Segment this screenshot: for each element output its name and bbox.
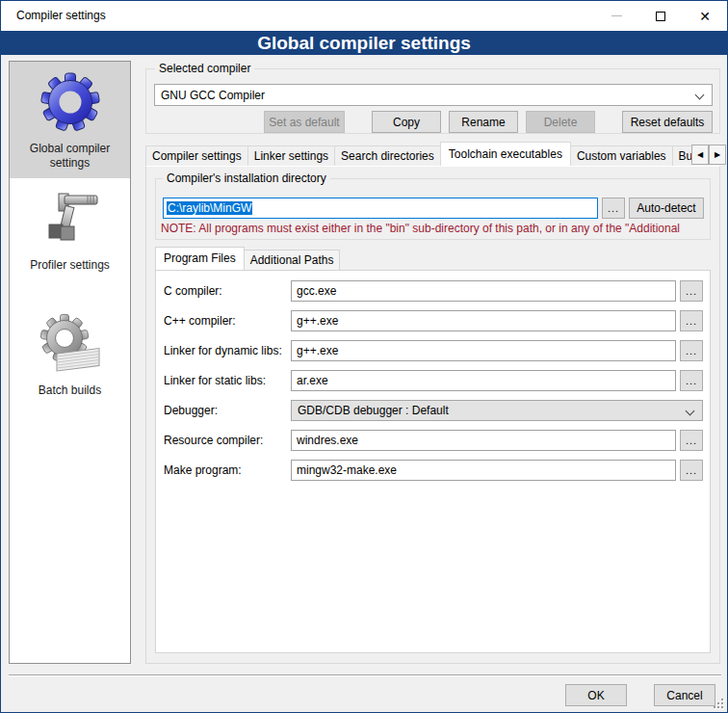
compiler-settings-dialog: Compiler settings ✕ Global compiler sett… xyxy=(0,0,728,713)
resource-compiler-browse-button[interactable]: ... xyxy=(680,430,703,451)
linker-static-input[interactable] xyxy=(291,370,676,391)
make-program-input[interactable] xyxy=(291,460,676,481)
browse-directory-button[interactable]: ... xyxy=(602,198,625,219)
resize-grip-icon[interactable] xyxy=(714,699,723,708)
c-compiler-input[interactable] xyxy=(291,280,676,302)
chevron-down-icon xyxy=(686,407,695,416)
field-label: Debugger: xyxy=(164,400,218,421)
field-row-debugger: Debugger: GDB/CDB debugger : Default xyxy=(156,400,710,421)
linker-dynamic-browse-button[interactable]: ... xyxy=(680,340,703,361)
minimize-icon xyxy=(611,15,622,16)
field-row-linker-static: Linker for static libs: ... xyxy=(156,370,710,391)
maximize-button[interactable] xyxy=(638,1,683,31)
tab-build-options[interactable]: Build xyxy=(672,145,691,166)
installation-note: NOTE: All programs must exist either in … xyxy=(161,222,712,235)
field-row-cpp-compiler: C++ compiler: ... xyxy=(156,310,710,331)
subtab-additional-paths[interactable]: Additional Paths xyxy=(244,250,341,270)
field-label: Linker for dynamic libs: xyxy=(164,340,282,361)
caliper-icon xyxy=(39,188,101,250)
c-compiler-browse-button[interactable]: ... xyxy=(680,280,703,302)
gear-blue-icon xyxy=(39,71,101,133)
field-label: Make program: xyxy=(164,460,242,481)
tab-scroll-right-button[interactable]: ▶ xyxy=(709,145,726,165)
field-row-resource-compiler: Resource compiler: ... xyxy=(156,430,710,451)
field-row-linker-dynamic: Linker for dynamic libs: ... xyxy=(156,340,710,361)
debugger-dropdown[interactable]: GDB/CDB debugger : Default xyxy=(291,400,703,421)
selected-compiler-dropdown[interactable]: GNU GCC Compiler xyxy=(154,84,713,106)
settings-sidebar: Global compiler settings Profile xyxy=(9,61,131,664)
rename-button[interactable]: Rename xyxy=(449,111,518,133)
tab-search-directories[interactable]: Search directories xyxy=(334,145,441,166)
arrow-left-icon: ◀ xyxy=(697,150,703,159)
reset-defaults-button[interactable]: Reset defaults xyxy=(622,111,713,133)
copy-button[interactable]: Copy xyxy=(372,111,441,133)
footer-divider xyxy=(9,674,721,676)
sidebar-spacer xyxy=(10,280,130,304)
close-button[interactable]: ✕ xyxy=(683,1,727,31)
tab-compiler-settings[interactable]: Compiler settings xyxy=(145,145,248,166)
linker-static-browse-button[interactable]: ... xyxy=(680,370,703,391)
cancel-button[interactable]: Cancel xyxy=(654,684,715,706)
debugger-value: GDB/CDB debugger : Default xyxy=(298,404,449,417)
sidebar-item-batch-builds[interactable]: Batch builds xyxy=(10,304,130,406)
field-row-c-compiler: C compiler: ... xyxy=(156,280,710,302)
sidebar-item-profiler-settings[interactable]: Profiler settings xyxy=(10,178,130,280)
tab-toolchain-executables[interactable]: Toolchain executables xyxy=(440,142,571,166)
compiler-buttons-row: Set as default Copy Rename Delete Reset … xyxy=(145,111,720,133)
subtab-program-files[interactable]: Program Files xyxy=(155,247,245,270)
titlebar: Compiler settings ✕ xyxy=(1,1,727,31)
sidebar-item-global-compiler-settings[interactable]: Global compiler settings xyxy=(10,62,130,178)
field-label: C compiler: xyxy=(164,280,222,302)
field-label: Linker for static libs: xyxy=(164,370,266,391)
main-tabstrip: Compiler settings Linker settings Search… xyxy=(145,142,691,166)
installation-directory-input[interactable]: C:\raylib\MinGW xyxy=(163,198,598,219)
set-as-default-button: Set as default xyxy=(264,111,345,133)
maximize-icon xyxy=(656,12,665,21)
field-label: Resource compiler: xyxy=(164,430,263,451)
chevron-down-icon xyxy=(695,91,705,100)
cpp-compiler-input[interactable] xyxy=(291,310,676,331)
window-title: Compiler settings xyxy=(16,1,106,31)
arrow-right-icon: ▶ xyxy=(715,150,720,159)
ok-button[interactable]: OK xyxy=(565,684,627,706)
page-title: Global compiler settings xyxy=(1,31,727,55)
selected-compiler-value: GNU GCC Compiler xyxy=(161,89,265,102)
installation-directory-selected-text: C:\raylib\MinGW xyxy=(167,201,252,215)
linker-dynamic-input[interactable] xyxy=(291,340,676,361)
tab-linker-settings[interactable]: Linker settings xyxy=(247,145,335,166)
delete-button: Delete xyxy=(526,111,595,133)
tab-custom-variables[interactable]: Custom variables xyxy=(570,145,673,166)
tab-scroll-left-button[interactable]: ◀ xyxy=(691,145,709,165)
close-icon: ✕ xyxy=(699,10,711,23)
resource-compiler-input[interactable] xyxy=(291,430,676,451)
field-row-make-program: Make program: ... xyxy=(156,460,710,481)
sub-tabstrip: Program Files Additional Paths xyxy=(155,247,339,270)
minimize-button xyxy=(594,1,638,31)
sidebar-item-label: Global compiler settings xyxy=(12,142,128,171)
cpp-compiler-browse-button[interactable]: ... xyxy=(680,310,703,331)
make-program-browse-button[interactable]: ... xyxy=(680,460,703,481)
toolchain-fields: C compiler: ... C++ compiler: ... Linker… xyxy=(156,280,710,489)
installation-directory-group-label: Compiler's installation directory xyxy=(163,172,330,185)
sidebar-item-label: Batch builds xyxy=(12,383,128,398)
field-label: C++ compiler: xyxy=(164,310,236,331)
gear-stack-icon xyxy=(39,313,101,375)
program-files-panel: C compiler: ... C++ compiler: ... Linker… xyxy=(155,270,711,653)
sidebar-item-label: Profiler settings xyxy=(12,258,128,273)
auto-detect-button[interactable]: Auto-detect xyxy=(629,198,704,219)
selected-compiler-group-label: Selected compiler xyxy=(155,62,254,75)
